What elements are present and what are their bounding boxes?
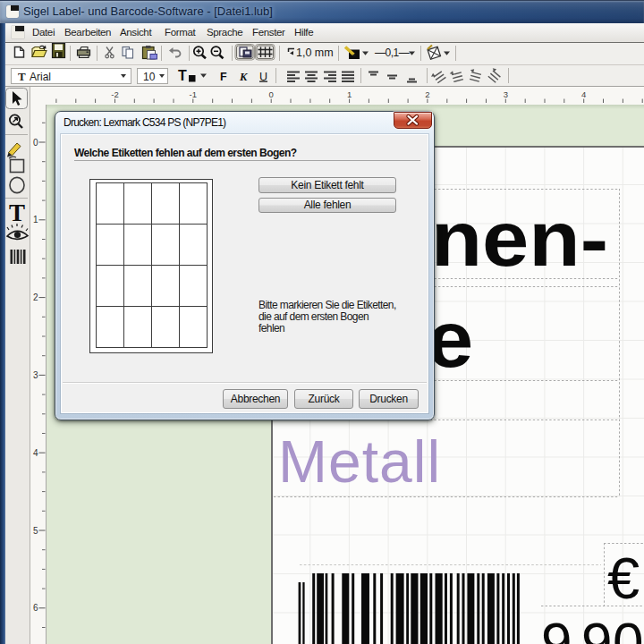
- svg-text:K: K: [239, 71, 249, 83]
- svg-text:-2: -2: [111, 89, 118, 99]
- svg-text:1: 1: [347, 89, 352, 99]
- svg-text:3: 3: [504, 89, 508, 99]
- svg-text:4: 4: [581, 89, 586, 99]
- svg-text:T: T: [178, 68, 187, 83]
- svg-text:0: 0: [269, 89, 274, 99]
- svg-text:-1: -1: [190, 89, 197, 99]
- svg-text:U: U: [259, 71, 267, 83]
- svg-text:2: 2: [425, 89, 429, 99]
- svg-text:F: F: [220, 71, 227, 83]
